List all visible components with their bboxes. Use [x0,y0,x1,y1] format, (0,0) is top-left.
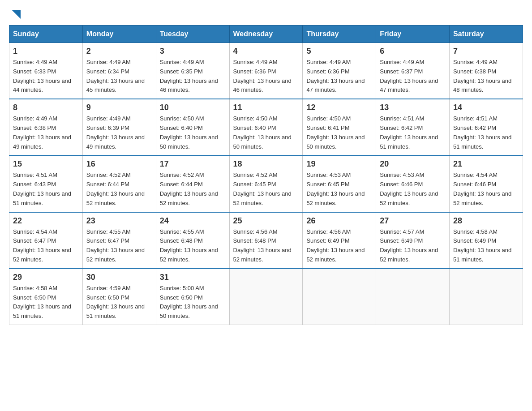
day-info: Sunrise: 4:58 AM Sunset: 6:50 PM Dayligh… [13,284,79,321]
day-info: Sunrise: 4:59 AM Sunset: 6:50 PM Dayligh… [86,284,152,321]
calendar-cell: 3 Sunrise: 4:49 AM Sunset: 6:35 PM Dayli… [156,43,229,99]
calendar-cell: 31 Sunrise: 5:00 AM Sunset: 6:50 PM Dayl… [156,269,229,325]
calendar-cell: 18 Sunrise: 4:52 AM Sunset: 6:45 PM Dayl… [229,155,303,212]
calendar-cell: 10 Sunrise: 4:50 AM Sunset: 6:40 PM Dayl… [156,99,229,155]
logo-arrow-icon [10,8,22,21]
day-number: 8 [13,103,79,112]
day-number: 5 [306,47,372,56]
calendar-cell: 21 Sunrise: 4:54 AM Sunset: 6:46 PM Dayl… [450,155,523,212]
day-info: Sunrise: 4:54 AM Sunset: 6:46 PM Dayligh… [453,171,519,208]
day-info: Sunrise: 4:55 AM Sunset: 6:48 PM Dayligh… [160,227,226,265]
day-info: Sunrise: 5:00 AM Sunset: 6:50 PM Dayligh… [160,284,226,321]
day-number: 29 [13,273,79,282]
day-info: Sunrise: 4:49 AM Sunset: 6:36 PM Dayligh… [233,58,299,95]
calendar-cell: 9 Sunrise: 4:49 AM Sunset: 6:39 PM Dayli… [82,99,156,155]
day-info: Sunrise: 4:52 AM Sunset: 6:44 PM Dayligh… [86,171,152,208]
weekday-header-wednesday: Wednesday [229,26,303,43]
day-info: Sunrise: 4:49 AM Sunset: 6:36 PM Dayligh… [306,58,372,95]
calendar-cell: 15 Sunrise: 4:51 AM Sunset: 6:43 PM Dayl… [9,155,83,212]
day-info: Sunrise: 4:51 AM Sunset: 6:43 PM Dayligh… [13,171,79,208]
day-number: 31 [160,273,226,282]
day-info: Sunrise: 4:49 AM Sunset: 6:38 PM Dayligh… [453,58,519,95]
day-number: 23 [86,216,152,226]
day-number: 19 [306,159,372,169]
calendar-cell: 24 Sunrise: 4:55 AM Sunset: 6:48 PM Dayl… [156,212,229,269]
day-info: Sunrise: 4:58 AM Sunset: 6:49 PM Dayligh… [453,227,519,265]
calendar-cell: 29 Sunrise: 4:58 AM Sunset: 6:50 PM Dayl… [9,269,83,325]
day-info: Sunrise: 4:56 AM Sunset: 6:48 PM Dayligh… [233,227,299,265]
calendar-cell: 11 Sunrise: 4:50 AM Sunset: 6:40 PM Dayl… [229,99,303,155]
calendar-cell: 20 Sunrise: 4:53 AM Sunset: 6:46 PM Dayl… [376,155,450,212]
page-header [9,9,523,21]
day-number: 4 [233,47,299,56]
calendar-cell: 14 Sunrise: 4:51 AM Sunset: 6:42 PM Dayl… [450,99,523,155]
calendar-cell: 12 Sunrise: 4:50 AM Sunset: 6:41 PM Dayl… [303,99,376,155]
day-number: 25 [233,216,299,226]
day-number: 7 [453,47,519,56]
calendar-cell: 28 Sunrise: 4:58 AM Sunset: 6:49 PM Dayl… [450,212,523,269]
day-number: 27 [380,216,446,226]
calendar-cell [303,269,376,325]
day-number: 26 [306,216,372,226]
calendar-week-1: 1 Sunrise: 4:49 AM Sunset: 6:33 PM Dayli… [9,43,523,99]
weekday-header-saturday: Saturday [450,26,523,43]
calendar-cell: 7 Sunrise: 4:49 AM Sunset: 6:38 PM Dayli… [450,43,523,99]
day-info: Sunrise: 4:53 AM Sunset: 6:45 PM Dayligh… [306,171,372,208]
day-number: 28 [453,216,519,226]
calendar-cell: 27 Sunrise: 4:57 AM Sunset: 6:49 PM Dayl… [376,212,450,269]
calendar-week-3: 15 Sunrise: 4:51 AM Sunset: 6:43 PM Dayl… [9,155,523,212]
day-number: 12 [306,103,372,112]
calendar-cell: 30 Sunrise: 4:59 AM Sunset: 6:50 PM Dayl… [82,269,156,325]
day-number: 14 [453,103,519,112]
weekday-header-sunday: Sunday [9,26,83,43]
calendar-cell: 13 Sunrise: 4:51 AM Sunset: 6:42 PM Dayl… [376,99,450,155]
day-number: 24 [160,216,226,226]
day-number: 10 [160,103,226,112]
calendar-cell: 17 Sunrise: 4:52 AM Sunset: 6:44 PM Dayl… [156,155,229,212]
day-info: Sunrise: 4:52 AM Sunset: 6:44 PM Dayligh… [160,171,226,208]
calendar-cell: 19 Sunrise: 4:53 AM Sunset: 6:45 PM Dayl… [303,155,376,212]
day-info: Sunrise: 4:49 AM Sunset: 6:33 PM Dayligh… [13,58,79,95]
day-info: Sunrise: 4:50 AM Sunset: 6:40 PM Dayligh… [160,114,226,151]
calendar-cell [376,269,450,325]
weekday-header-tuesday: Tuesday [156,26,229,43]
day-info: Sunrise: 4:55 AM Sunset: 6:47 PM Dayligh… [86,227,152,265]
calendar-cell: 2 Sunrise: 4:49 AM Sunset: 6:34 PM Dayli… [82,43,156,99]
calendar-cell: 16 Sunrise: 4:52 AM Sunset: 6:44 PM Dayl… [82,155,156,212]
day-info: Sunrise: 4:49 AM Sunset: 6:37 PM Dayligh… [380,58,446,95]
day-info: Sunrise: 4:49 AM Sunset: 6:34 PM Dayligh… [86,58,152,95]
day-number: 30 [86,273,152,282]
day-info: Sunrise: 4:53 AM Sunset: 6:46 PM Dayligh… [380,171,446,208]
day-number: 2 [86,47,152,56]
day-number: 3 [160,47,226,56]
day-number: 11 [233,103,299,112]
weekday-header-friday: Friday [376,26,450,43]
day-number: 1 [13,47,79,56]
svg-marker-0 [12,10,21,19]
day-number: 22 [13,216,79,226]
calendar-cell: 5 Sunrise: 4:49 AM Sunset: 6:36 PM Dayli… [303,43,376,99]
calendar-cell: 23 Sunrise: 4:55 AM Sunset: 6:47 PM Dayl… [82,212,156,269]
day-number: 15 [13,159,79,169]
day-info: Sunrise: 4:51 AM Sunset: 6:42 PM Dayligh… [453,114,519,151]
day-info: Sunrise: 4:50 AM Sunset: 6:41 PM Dayligh… [306,114,372,151]
day-number: 6 [380,47,446,56]
calendar-cell: 8 Sunrise: 4:49 AM Sunset: 6:38 PM Dayli… [9,99,83,155]
calendar-cell: 1 Sunrise: 4:49 AM Sunset: 6:33 PM Dayli… [9,43,83,99]
calendar-cell [450,269,523,325]
calendar-week-5: 29 Sunrise: 4:58 AM Sunset: 6:50 PM Dayl… [9,269,523,325]
day-info: Sunrise: 4:52 AM Sunset: 6:45 PM Dayligh… [233,171,299,208]
calendar-cell: 26 Sunrise: 4:56 AM Sunset: 6:49 PM Dayl… [303,212,376,269]
day-number: 21 [453,159,519,169]
day-info: Sunrise: 4:49 AM Sunset: 6:38 PM Dayligh… [13,114,79,151]
day-info: Sunrise: 4:50 AM Sunset: 6:40 PM Dayligh… [233,114,299,151]
weekday-header-thursday: Thursday [303,26,376,43]
weekday-header-monday: Monday [82,26,156,43]
day-info: Sunrise: 4:51 AM Sunset: 6:42 PM Dayligh… [380,114,446,151]
day-number: 16 [86,159,152,169]
day-info: Sunrise: 4:56 AM Sunset: 6:49 PM Dayligh… [306,227,372,265]
day-info: Sunrise: 4:57 AM Sunset: 6:49 PM Dayligh… [380,227,446,265]
day-info: Sunrise: 4:49 AM Sunset: 6:39 PM Dayligh… [86,114,152,151]
weekday-header-row: SundayMondayTuesdayWednesdayThursdayFrid… [9,26,523,43]
day-number: 18 [233,159,299,169]
